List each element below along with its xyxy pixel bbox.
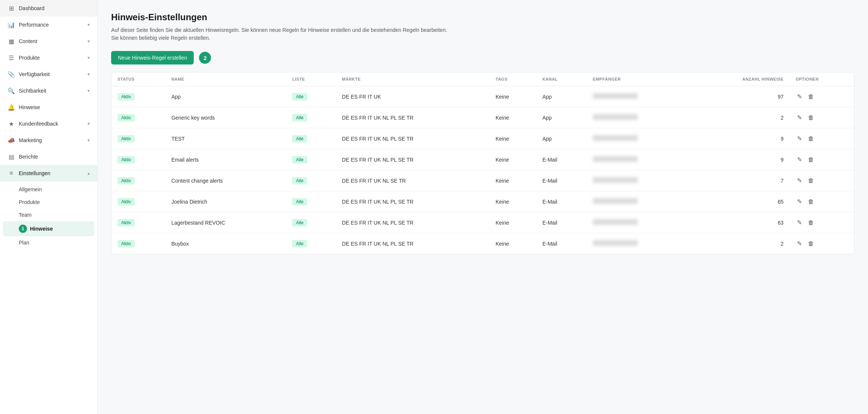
cell-name: Lagerbestand REVOIC (165, 212, 286, 233)
row-actions: ✎ 🗑 (796, 134, 848, 144)
cell-maerkte: DE ES FR IT UK NL PL SE TR (336, 233, 490, 254)
table-row: Aktiv Lagerbestand REVOIC Alle DE ES FR … (112, 212, 854, 233)
delete-button[interactable]: 🗑 (806, 134, 815, 144)
row-actions: ✎ 🗑 (796, 154, 848, 165)
sidebar-sub-produkte[interactable]: Produkte (0, 196, 97, 208)
sidebar-item-produkte[interactable]: ☰ Produkte ▾ (0, 50, 97, 66)
col-empfaenger: EMPFÄNGER (587, 72, 692, 86)
cell-optionen: ✎ 🗑 (790, 191, 854, 212)
delete-button[interactable]: 🗑 (806, 113, 815, 123)
cell-maerkte: DE ES FR IT UK NL PL SE TR (336, 212, 490, 233)
edit-button[interactable]: ✎ (796, 154, 803, 165)
sidebar-item-label: Einstellungen (19, 170, 84, 176)
sidebar-item-sichtbarkeit[interactable]: 🔍 Sichtbarkeit ▾ (0, 82, 97, 99)
col-anzahl: ANZAHL HINWEISE (692, 72, 790, 86)
tag-icon: ☰ (8, 54, 15, 62)
chevron-down-icon: ▾ (87, 138, 90, 143)
hinweise-badge: 1 (19, 225, 27, 233)
sidebar-sub-plan[interactable]: Plan (0, 236, 97, 249)
edit-button[interactable]: ✎ (796, 238, 803, 249)
cell-tags: Keine (490, 128, 536, 149)
cell-status: Aktiv (112, 233, 165, 254)
cell-maerkte: DE ES FR IT UK NL SE TR (336, 170, 490, 191)
sidebar-item-dashboard[interactable]: ⊞ Dashboard (0, 0, 97, 16)
chevron-down-icon: ▾ (87, 72, 90, 77)
cell-name: Buybox (165, 233, 286, 254)
sidebar-item-kundenfeedback[interactable]: ★ Kundenfeedback ▾ (0, 116, 97, 132)
cell-name: Generic key words (165, 107, 286, 128)
delete-button[interactable]: 🗑 (806, 176, 815, 186)
sidebar-sub-team[interactable]: Team (0, 208, 97, 221)
cell-anzahl: 2 (692, 233, 790, 254)
edit-button[interactable]: ✎ (796, 218, 803, 228)
create-rule-button[interactable]: Neue Hinweis-Regel erstellen (111, 51, 194, 64)
cell-optionen: ✎ 🗑 (790, 233, 854, 254)
cell-maerkte: DE ES FR IT UK NL PL SE TR (336, 107, 490, 128)
delete-button[interactable]: 🗑 (806, 218, 815, 228)
report-icon: ▤ (8, 153, 15, 160)
col-status: STATUS (112, 72, 165, 86)
cell-name: Content change alerts (165, 170, 286, 191)
sidebar-item-performance[interactable]: 📊 Performance ▾ (0, 16, 97, 33)
edit-button[interactable]: ✎ (796, 112, 803, 123)
col-kanal: KANAL (536, 72, 587, 86)
sidebar-item-label: Performance (19, 22, 84, 28)
sidebar-item-hinweise[interactable]: 🔔 Hinweise (0, 99, 97, 116)
cell-tags: Keine (490, 233, 536, 254)
sidebar-item-berichte[interactable]: ▤ Berichte (0, 148, 97, 165)
recipient-blurred (593, 93, 638, 99)
edit-button[interactable]: ✎ (796, 134, 803, 144)
cell-tags: Keine (490, 212, 536, 233)
edit-button[interactable]: ✎ (796, 176, 803, 186)
status-badge: Aktiv (118, 93, 135, 100)
list-badge: Alle (292, 114, 307, 122)
cell-tags: Keine (490, 86, 536, 107)
rules-table: STATUS NAME LISTE MÄRKTE TAGS KANAL EMPF… (112, 72, 854, 254)
delete-button[interactable]: 🗑 (806, 92, 815, 102)
delete-button[interactable]: 🗑 (806, 239, 815, 249)
sidebar-item-label: Content (19, 38, 84, 44)
table-row: Aktiv Buybox Alle DE ES FR IT UK NL PL S… (112, 233, 854, 254)
sidebar-item-einstellungen[interactable]: ≡ Einstellungen ▴ (0, 165, 97, 182)
row-actions: ✎ 🗑 (796, 112, 848, 123)
cell-empfaenger (587, 191, 692, 212)
cell-kanal: E-Mail (536, 170, 587, 191)
sidebar-item-content[interactable]: ▦ Content ▾ (0, 33, 97, 50)
edit-button[interactable]: ✎ (796, 196, 803, 207)
recipient-blurred (593, 198, 638, 204)
sub-label: Team (19, 212, 32, 218)
recipient-blurred (593, 135, 638, 141)
cell-kanal: E-Mail (536, 149, 587, 170)
sidebar-item-verfugbarkeit[interactable]: 📎 Verfügbarkeit ▾ (0, 66, 97, 82)
list-badge: Alle (292, 177, 307, 184)
rule-count-badge: 2 (199, 52, 211, 64)
cell-name: Joelina Dietrich (165, 191, 286, 212)
recipient-blurred (593, 240, 638, 246)
recipient-blurred (593, 114, 638, 120)
cell-liste: Alle (286, 212, 336, 233)
table-row: Aktiv Email alerts Alle DE ES FR IT UK N… (112, 149, 854, 170)
col-name: NAME (165, 72, 286, 86)
sidebar-item-label: Kundenfeedback (19, 121, 84, 127)
sidebar-item-label: Dashboard (19, 5, 90, 11)
edit-button[interactable]: ✎ (796, 92, 803, 102)
cell-maerkte: DE ES FR IT UK NL PL SE TR (336, 149, 490, 170)
delete-button[interactable]: 🗑 (806, 155, 815, 165)
cell-kanal: E-Mail (536, 212, 587, 233)
col-liste: LISTE (286, 72, 336, 86)
sidebar-item-marketing[interactable]: 📣 Marketing ▾ (0, 132, 97, 148)
table-header-row: STATUS NAME LISTE MÄRKTE TAGS KANAL EMPF… (112, 72, 854, 86)
delete-button[interactable]: 🗑 (806, 197, 815, 207)
cell-kanal: E-Mail (536, 233, 587, 254)
sidebar-sub-hinweise[interactable]: 1 Hinweise (3, 221, 94, 236)
list-badge: Alle (292, 219, 307, 226)
table-row: Aktiv Content change alerts Alle DE ES F… (112, 170, 854, 191)
cell-anzahl: 9 (692, 128, 790, 149)
cell-liste: Alle (286, 128, 336, 149)
list-badge: Alle (292, 135, 307, 142)
sidebar-item-label: Verfügbarkeit (19, 71, 84, 77)
status-badge: Aktiv (118, 177, 135, 184)
sidebar-item-label: Berichte (19, 154, 90, 160)
search-icon: 🔍 (8, 87, 15, 94)
sidebar-sub-allgemein[interactable]: Allgemein (0, 183, 97, 196)
